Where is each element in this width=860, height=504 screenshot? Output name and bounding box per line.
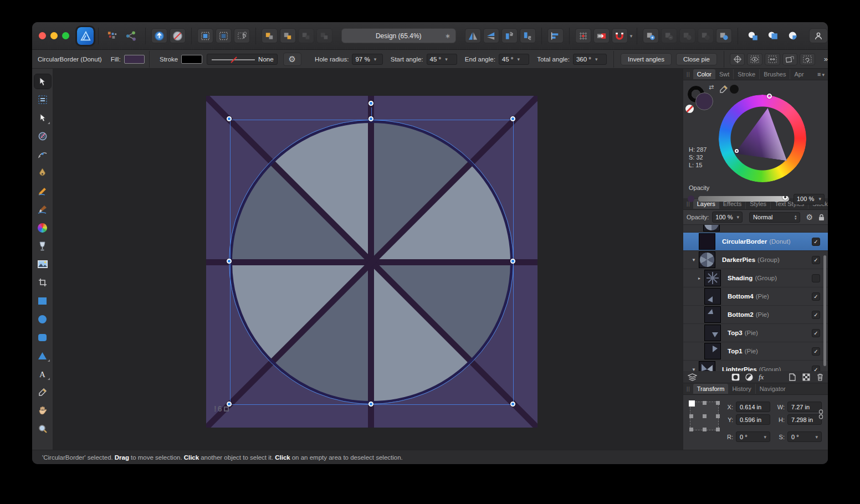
blend-mode-dropdown[interactable]: Normal ▴▾ [749, 212, 800, 223]
expand-icon[interactable]: ▼ [691, 258, 697, 263]
layers-opacity-dropdown[interactable]: 100 % ▾ [712, 212, 743, 223]
panel-menu-icon[interactable]: ≡▾ [817, 71, 825, 78]
artboard[interactable]: !6 [206, 96, 538, 428]
handle-mid-left[interactable] [227, 259, 232, 264]
snapping-magnet-icon[interactable] [612, 28, 628, 43]
h-input[interactable]: 7.298 in [787, 414, 822, 425]
expand-icon[interactable]: ▼ [691, 367, 697, 372]
layers-scrollbar[interactable] [823, 255, 826, 366]
layer-row-darkerpies[interactable]: ▼ DarkerPies (Group) ✓ [683, 251, 828, 269]
artboard-tool[interactable] [34, 92, 51, 107]
rectangle-tool[interactable] [34, 294, 51, 308]
slice-export-icon[interactable] [593, 28, 610, 43]
fill-color-circle[interactable] [695, 92, 713, 110]
mask-layer-icon[interactable] [731, 373, 740, 381]
rotate-ccw-icon[interactable] [501, 28, 518, 43]
insert-inside-icon[interactable] [784, 28, 802, 43]
layer-visibility-checkbox[interactable]: ✓ [812, 329, 820, 337]
layer-visibility-checkbox[interactable]: ✓ [812, 292, 820, 301]
tab-brushes[interactable]: Brushes [760, 69, 790, 79]
boolean-divide-icon[interactable] [698, 28, 714, 43]
fill-stroke-indicator[interactable]: ⇄ [688, 86, 719, 115]
w-input[interactable]: 7.27 in [787, 402, 822, 412]
anchor-top-right[interactable] [716, 401, 720, 405]
opacity-slider-knob[interactable] [782, 196, 788, 200]
opacity-slider[interactable] [698, 196, 789, 202]
adjustment-layer-icon[interactable] [745, 373, 753, 381]
handle-top-right[interactable] [510, 116, 515, 121]
contour-tool[interactable] [34, 129, 51, 143]
show-selection-icon[interactable] [747, 53, 762, 65]
handle-bottom-center[interactable] [368, 402, 373, 407]
layer-row-top3[interactable]: Top3 (Pie) ✓ [683, 324, 828, 342]
anchor-bottom-right[interactable] [716, 428, 720, 431]
rotation-dropdown[interactable]: 0 °▾ [736, 431, 770, 442]
alignment-icon[interactable] [547, 28, 564, 43]
transform-objects-icon[interactable] [782, 53, 798, 65]
link-dimensions-icon[interactable] [818, 409, 823, 419]
rounded-rectangle-tool[interactable] [34, 330, 51, 344]
move-forward-icon[interactable] [262, 28, 278, 43]
layer-row-lighterpies[interactable]: ▼ LighterPies (Group) ✓ [683, 361, 828, 371]
close-window-button[interactable] [39, 32, 46, 39]
color-picker-tool[interactable] [34, 385, 51, 399]
marquee-transform-icon[interactable] [234, 28, 250, 43]
ellipse-tool[interactable] [34, 312, 51, 326]
layer-row-bottom2[interactable]: Bottom2 (Pie) ✓ [683, 306, 828, 324]
handle-bottom-right[interactable] [510, 402, 515, 407]
hole-radius-input[interactable]: 97 % ▾ [352, 54, 382, 65]
node-tool[interactable] [34, 111, 51, 125]
vector-brush-tool[interactable] [34, 202, 51, 217]
rotation-handle[interactable] [368, 101, 373, 106]
boolean-add-icon[interactable] [643, 28, 659, 43]
badge-disabled-icon[interactable] [170, 28, 186, 43]
document-tab[interactable]: Design (65.4%) ∗ [341, 28, 456, 43]
anchor-top-center[interactable] [703, 401, 707, 405]
color-picker-icon[interactable] [720, 85, 728, 93]
grid-options-icon[interactable] [575, 28, 591, 43]
anchor-center[interactable] [703, 414, 707, 418]
boolean-combine-icon[interactable] [716, 28, 732, 43]
y-input[interactable]: 0.596 in [736, 414, 770, 425]
tab-history[interactable]: History [728, 384, 755, 394]
badge-upgrade-icon[interactable] [151, 28, 167, 43]
tab-swatches[interactable]: Swt [715, 69, 734, 79]
flip-vertical-icon[interactable] [483, 28, 499, 43]
handle-top-center[interactable] [368, 116, 373, 121]
marquee-select-icon[interactable] [197, 28, 213, 43]
new-pixel-layer-icon[interactable] [802, 373, 810, 381]
zoom-tool[interactable] [34, 421, 51, 436]
start-angle-input[interactable]: 45 ° ▾ [427, 54, 457, 65]
layer-row-circularborder[interactable]: CircularBorder (Donut) ✓ [683, 233, 828, 251]
pen-tool[interactable] [34, 166, 51, 180]
tab-color[interactable]: Color [693, 69, 715, 79]
crop-tool[interactable] [34, 275, 51, 290]
boolean-subtract-icon[interactable] [661, 28, 677, 43]
tab-appearance[interactable]: Apr [790, 69, 807, 79]
sl-selector[interactable] [735, 149, 739, 153]
tab-stroke[interactable]: Stroke [734, 69, 760, 79]
layer-settings-gear-icon[interactable]: ⚙ [806, 213, 813, 222]
invert-angles-button[interactable]: Invert angles [621, 53, 672, 65]
layer-visibility-checkbox[interactable]: ✓ [812, 347, 820, 356]
text-tool[interactable]: A [34, 367, 51, 381]
stroke-swatch[interactable] [181, 55, 202, 64]
swap-colors-icon[interactable]: ⇄ [709, 84, 714, 91]
lock-icon[interactable] [818, 214, 825, 221]
expand-icon[interactable]: ▸ [697, 276, 702, 281]
hue-selector[interactable] [767, 94, 772, 99]
new-layer-icon[interactable] [789, 373, 796, 381]
layer-visibility-checkbox[interactable]: ✓ [812, 311, 820, 319]
rotate-cw-icon[interactable] [520, 28, 536, 43]
move-to-back-icon[interactable] [316, 28, 332, 43]
layer-visibility-checkbox[interactable] [812, 274, 820, 282]
boolean-intersect-icon[interactable] [679, 28, 695, 43]
picked-color-swatch[interactable] [730, 85, 739, 94]
tab-navigator[interactable]: Navigator [756, 384, 790, 394]
end-angle-input[interactable]: 45 ° ▾ [499, 54, 529, 65]
insert-on-top-icon[interactable] [764, 28, 782, 43]
corner-tool[interactable] [34, 147, 51, 162]
anchor-mid-left[interactable] [689, 414, 693, 418]
designer-persona-icon[interactable] [77, 27, 94, 45]
selection-bounding-box[interactable] [230, 120, 514, 405]
